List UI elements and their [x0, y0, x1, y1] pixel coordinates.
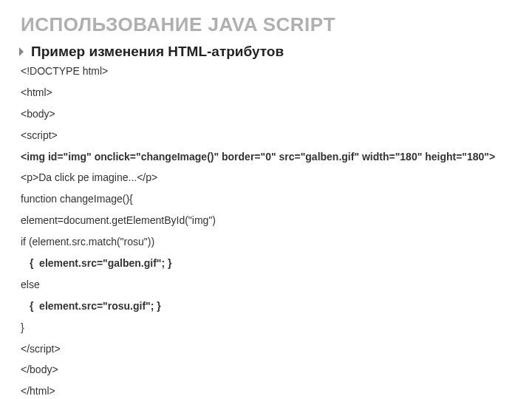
bullet-icon: [19, 47, 24, 56]
code-line: </body>: [21, 363, 511, 377]
code-line: if (element.src.match("rosu")): [21, 235, 511, 249]
code-line: </html>: [21, 384, 511, 398]
code-line: <!DOCTYPE html>: [21, 64, 511, 78]
code-line: }: [21, 321, 511, 335]
code-line: <script>: [21, 129, 511, 143]
slide-title: ИСПОЛЬЗОВАНИЕ JAVA SCRIPT: [21, 13, 511, 36]
code-line: <body>: [21, 107, 511, 121]
code-line: </script>: [21, 342, 511, 356]
slide-subtitle: Пример изменения HTML-атрибутов: [31, 44, 284, 60]
subtitle-row: Пример изменения HTML-атрибутов: [21, 44, 511, 60]
code-line: function changeImage(){: [21, 192, 511, 206]
code-line: <img id="img" onclick="changeImage()" bo…: [21, 150, 511, 164]
code-line: { element.src="rosu.gif"; }: [21, 299, 511, 313]
code-line: element=document.getElementById("img"): [21, 214, 511, 228]
code-line: <p>Da click pe imagine...</p>: [21, 171, 511, 185]
code-line: else: [21, 278, 511, 292]
code-line: { element.src="galben.gif"; }: [21, 256, 511, 270]
code-line: <html>: [21, 86, 511, 100]
